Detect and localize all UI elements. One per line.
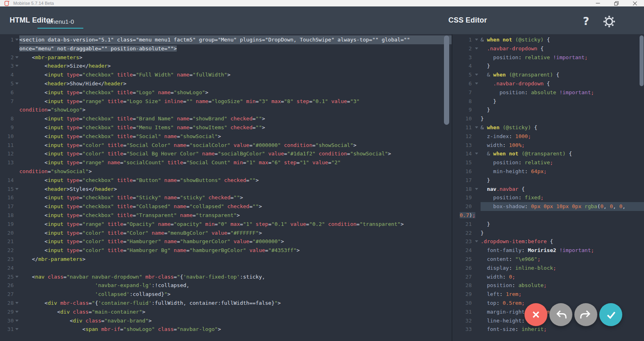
code-text[interactable]: <input type="color" title="Color" name="… xyxy=(19,229,452,238)
code-text[interactable]: <input type="range" name="socialCount" t… xyxy=(19,158,452,167)
code-line[interactable]: 23.dropdown-item:before { xyxy=(452,237,644,246)
code-line[interactable]: 10 <input type="checkbox" title="Social"… xyxy=(0,132,452,141)
code-text[interactable]: <input type="checkbox" title="Brand Name… xyxy=(19,114,452,123)
code-line[interactable]: 28 <div mbr-class="{'container-fluid':fu… xyxy=(0,299,452,308)
code-text[interactable]: position: absolute !important; xyxy=(481,88,644,97)
code-line[interactable]: 26 'navbar-expand-lg':!collapsed, xyxy=(0,281,452,290)
fold-arrow-icon[interactable] xyxy=(475,48,478,50)
code-text[interactable]: <input type="checkbox" title="Social" na… xyxy=(19,132,452,141)
code-text[interactable]: } xyxy=(481,114,644,123)
code-text[interactable]: left: 1rem; xyxy=(481,290,644,299)
undo-button[interactable] xyxy=(549,303,572,326)
code-text[interactable]: </mbr-parameters> xyxy=(19,255,452,264)
code-line[interactable]: 3 <header>Size</header> xyxy=(0,62,452,70)
code-line[interactable]: 11 <input type="color" title="Social Col… xyxy=(0,141,452,150)
code-line[interactable]: 29 <div class="main-container"> xyxy=(0,308,452,316)
block-name-tab[interactable]: amenu1-0 xyxy=(37,6,83,29)
code-line[interactable]: 18 nav.navbar { xyxy=(452,185,644,194)
code-text[interactable]: <input type="color" title="Social Color"… xyxy=(19,141,452,150)
code-text[interactable]: } xyxy=(481,176,644,185)
code-text[interactable]: .dropdown-item:before { xyxy=(481,237,644,246)
code-text[interactable]: <div class="navbar-brand"> xyxy=(19,316,452,325)
help-button[interactable]: ? xyxy=(580,14,592,28)
code-text[interactable]: } xyxy=(481,97,644,106)
code-text[interactable]: font-family: Moririse2 !important; xyxy=(481,246,644,255)
fold-arrow-icon[interactable] xyxy=(475,83,478,85)
code-text[interactable]: condition="showSocial"> xyxy=(19,167,452,176)
code-text[interactable]: width: 0; xyxy=(481,273,644,281)
code-text[interactable]: } xyxy=(481,105,644,114)
code-line[interactable]: 28 position: absolute; xyxy=(452,281,644,290)
code-line[interactable]: 6 <input type="checkbox" title="Logo" na… xyxy=(0,88,452,97)
code-line[interactable]: 7 <input type="range" title="Logo Size" … xyxy=(0,97,452,106)
code-text[interactable]: <input type="checkbox" title="Collapsed"… xyxy=(19,202,452,211)
code-text[interactable] xyxy=(19,264,452,273)
code-text[interactable]: <div class="main-container"> xyxy=(19,308,452,316)
code-text[interactable]: 'navbar-expand-lg':!collapsed, xyxy=(19,281,452,290)
code-line[interactable]: 15 <header>Styles</header> xyxy=(0,185,452,194)
code-text[interactable]: .navbar-dropdown { xyxy=(481,44,644,53)
code-line[interactable]: 4 <input type="checkbox" title="Full Wid… xyxy=(0,70,452,79)
code-line[interactable]: 11& when (@sticky) { xyxy=(452,123,644,132)
code-text[interactable]: condition="showLogo"> xyxy=(19,105,452,114)
code-text[interactable]: & when (@sticky) { xyxy=(481,123,644,132)
code-text[interactable]: } xyxy=(481,220,644,229)
code-text[interactable]: <input type="color" title="Social Bg Hov… xyxy=(19,149,452,158)
fold-arrow-icon[interactable] xyxy=(15,56,19,58)
code-line[interactable]: 33 font-size: inherit; xyxy=(452,325,644,334)
code-line[interactable]: 30 <div class="navbar-brand"> xyxy=(0,316,452,325)
code-line[interactable]: 22} xyxy=(452,229,644,238)
code-text[interactable]: position: relative; xyxy=(481,158,644,167)
code-line[interactable]: 25 content: "\e966"; xyxy=(452,255,644,264)
code-line[interactable]: 8 } xyxy=(452,97,644,106)
code-text[interactable]: position: fixed; xyxy=(481,193,644,202)
code-line[interactable]: 29 left: 1rem; xyxy=(452,290,644,299)
code-line[interactable]: 17 } xyxy=(452,176,644,185)
code-text[interactable]: once="menu" not-draggable="" position-ab… xyxy=(19,44,452,53)
code-text[interactable]: position: relative !important; xyxy=(481,53,644,62)
minimize-button[interactable] xyxy=(588,0,607,6)
code-text[interactable]: nav.navbar { xyxy=(481,185,644,194)
code-line[interactable]: 14 & when not (@transparent) { xyxy=(452,149,644,158)
code-line[interactable]: 26 display: inline-block; xyxy=(452,264,644,273)
code-line[interactable]: 21 } xyxy=(452,220,644,229)
code-line[interactable]: 2 <mbr-parameters> xyxy=(0,53,452,62)
code-line[interactable]: 31 <span mbr-if="showLogo" class="navbar… xyxy=(0,325,452,334)
code-line[interactable]: 14 <input type="checkbox" title="Button"… xyxy=(0,176,452,185)
fold-arrow-icon[interactable] xyxy=(15,311,19,313)
code-text[interactable]: } xyxy=(481,62,644,70)
code-line[interactable]: 3 position: relative !important; xyxy=(452,53,644,62)
code-line[interactable]: 16 min-height: 64px; xyxy=(452,167,644,176)
code-text[interactable]: <header>Size</header> xyxy=(19,62,452,70)
fold-arrow-icon[interactable] xyxy=(15,39,19,41)
code-text[interactable]: <header>Show/Hide</header> xyxy=(19,79,452,88)
maximize-button[interactable] xyxy=(607,0,625,6)
code-text[interactable]: position: absolute; xyxy=(481,281,644,290)
code-line-continuation[interactable]: 0.7); xyxy=(452,211,644,220)
code-text[interactable]: min-height: 64px; xyxy=(481,167,644,176)
code-line[interactable]: 17 <input type="checkbox" title="Collaps… xyxy=(0,202,452,211)
code-line[interactable]: 13 width: 100%; xyxy=(452,141,644,150)
code-text[interactable]: <input type="checkbox" title="Logo" name… xyxy=(19,88,452,97)
code-text[interactable]: box-shadow: 0px 0px 10px 0px rgba(0, 0, … xyxy=(481,202,644,211)
code-line[interactable]: 24 font-family: Moririse2 !important; xyxy=(452,246,644,255)
discard-button[interactable] xyxy=(524,303,547,326)
fold-arrow-icon[interactable] xyxy=(15,276,19,278)
code-line[interactable]: 9 <input type="checkbox" title="Menu Ite… xyxy=(0,123,452,132)
code-text[interactable]: & when not (@sticky) { xyxy=(481,35,644,44)
code-line[interactable]: 9 } xyxy=(452,105,644,114)
code-text[interactable]: <input type="checkbox" title="Sticky" na… xyxy=(19,193,452,202)
code-line[interactable]: 4 } xyxy=(452,62,644,70)
code-text[interactable]: z-index: 1000; xyxy=(481,132,644,141)
code-line-continuation[interactable]: condition="showSocial"> xyxy=(0,167,452,176)
code-line[interactable]: 27 'collapsed':collapsed}"> xyxy=(0,290,452,299)
code-text[interactable]: } xyxy=(481,229,644,238)
code-line[interactable]: 8 <input type="checkbox" title="Brand Na… xyxy=(0,114,452,123)
code-line[interactable]: 27 width: 0; xyxy=(452,273,644,281)
code-text[interactable]: <input type="checkbox" title="Menu Items… xyxy=(19,123,452,132)
code-text[interactable]: & when not (@transparent) { xyxy=(481,149,644,158)
code-line[interactable]: 5 <header>Show/Hide</header> xyxy=(0,79,452,88)
code-line-continuation[interactable]: once="menu" not-draggable="" position-ab… xyxy=(0,44,452,53)
code-line[interactable]: 22 <input type="color" title="Hamburger … xyxy=(0,246,452,255)
code-text[interactable]: <input type="checkbox" title="Transparen… xyxy=(19,211,452,220)
